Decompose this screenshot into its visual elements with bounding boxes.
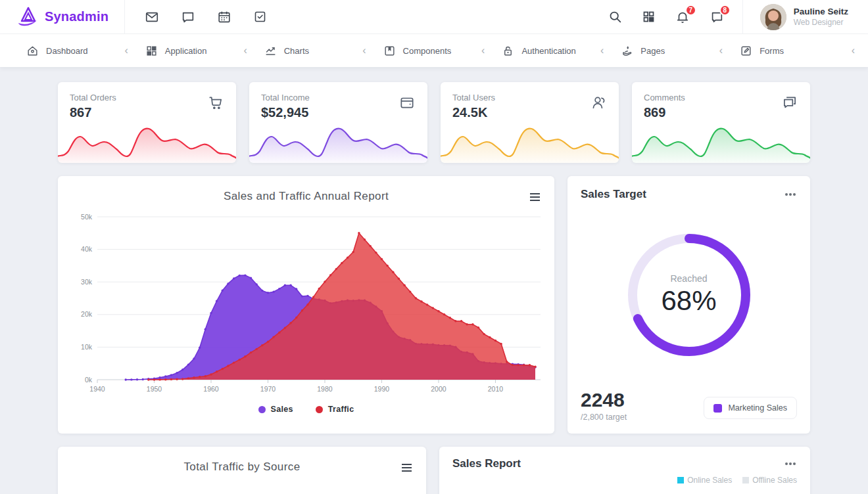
chevron-icon: ‹ (600, 45, 621, 56)
logo[interactable]: Synadmin (0, 0, 125, 34)
svg-text:1940: 1940 (89, 385, 105, 393)
app-grid-icon (145, 45, 158, 57)
sales-target-card: Sales Target Reached 68% 2248 /2,800 tar… (567, 176, 810, 434)
lock-icon (502, 45, 514, 57)
chart-menu-icon[interactable] (530, 193, 540, 194)
comments-icon (781, 94, 798, 120)
svg-text:2000: 2000 (431, 385, 446, 393)
chat-icon[interactable] (181, 10, 195, 24)
mail-icon[interactable] (145, 10, 159, 24)
svg-text:2010: 2010 (488, 385, 504, 393)
chart-line-icon (264, 45, 277, 57)
sales-legend-dot (258, 406, 266, 413)
sales-report-card: Sales Report Online Sales Offline Sales (439, 447, 810, 494)
traffic-legend-dot (316, 406, 323, 413)
legend-item-online-sales[interactable]: Online Sales (677, 476, 732, 485)
nav-item-pages[interactable]: Pages ‹ (621, 45, 740, 57)
svg-text:1980: 1980 (317, 385, 333, 393)
chevron-icon: ‹ (243, 45, 264, 56)
stat-card-total-income: Total Income $52,945 (249, 82, 427, 163)
chart-title: Total Traffic by Source (183, 460, 300, 474)
chevron-icon: ‹ (719, 45, 740, 56)
edit-square-icon (740, 45, 752, 57)
sales-report-legend: Online Sales Offline Sales (452, 476, 797, 485)
brand-name: Synadmin (45, 9, 108, 24)
nav-item-authentication[interactable]: Authentication ‹ (502, 45, 621, 57)
nav-item-charts[interactable]: Charts ‹ (264, 45, 383, 57)
chevron-icon: ‹ (481, 45, 502, 56)
stat-value: 24.5K (452, 105, 495, 120)
bookmark-icon (383, 45, 396, 57)
nav-item-forms[interactable]: Forms ‹ (740, 45, 859, 57)
user-name: Pauline Seitz (794, 7, 848, 16)
svg-text:40k: 40k (81, 245, 93, 253)
sparkline-chart (249, 122, 427, 163)
users-icon (590, 94, 607, 120)
chevron-icon: ‹ (362, 45, 383, 56)
logo-icon (17, 7, 39, 28)
chart-title: Sales and Traffic Annual Report (224, 190, 389, 203)
target-value: 2248 (581, 389, 627, 411)
svg-text:1970: 1970 (260, 385, 276, 393)
online-sales-swatch (677, 477, 684, 483)
more-icon[interactable] (785, 462, 788, 465)
notification-badge: 7 (685, 5, 696, 16)
area-chart: 0k10k20k30k40k50k19401950196019701980199… (68, 208, 544, 399)
sparkline-chart (632, 122, 810, 163)
user-menu[interactable]: Pauline Seitz Web Designer (742, 0, 868, 34)
card-title: Sales Target (581, 188, 646, 201)
check-square-icon[interactable] (253, 10, 267, 24)
svg-text:50k: 50k (81, 213, 93, 221)
sparkline-chart (441, 122, 619, 163)
pages-icon (621, 45, 633, 57)
stat-value: 869 (644, 105, 685, 120)
nav-item-dashboard[interactable]: Dashboard ‹ (26, 45, 145, 57)
sparkline-chart (58, 122, 236, 163)
top-navigation: Dashboard ‹ Application ‹ Charts ‹ Compo… (0, 34, 868, 67)
chart-menu-icon[interactable] (402, 464, 412, 465)
chevron-icon: ‹ (852, 45, 859, 56)
stat-label: Comments (644, 93, 685, 102)
bell-icon[interactable]: 7 (675, 10, 690, 24)
grid-icon[interactable] (642, 10, 656, 24)
svg-text:1960: 1960 (203, 385, 219, 393)
svg-text:1990: 1990 (374, 385, 390, 393)
offline-sales-swatch (742, 477, 749, 483)
search-icon[interactable] (608, 10, 622, 24)
legend-item-traffic[interactable]: Traffic (316, 405, 354, 414)
svg-text:30k: 30k (81, 278, 93, 286)
message-icon[interactable]: 8 (710, 10, 724, 24)
app-header: Synadmin 7 8 (0, 0, 868, 34)
stat-label: Total Income (261, 93, 310, 102)
chart-legend: Sales Traffic (68, 405, 544, 414)
marketing-sales-legend[interactable]: Marketing Sales (704, 397, 797, 419)
avatar (760, 4, 786, 30)
more-icon[interactable] (785, 193, 788, 196)
chevron-icon: ‹ (125, 45, 145, 56)
wallet-icon (398, 94, 416, 120)
calendar-icon[interactable] (217, 10, 231, 24)
stat-value: $52,945 (261, 105, 310, 120)
svg-text:20k: 20k (81, 310, 93, 318)
cart-icon (207, 94, 224, 120)
card-title: Sales Report (452, 457, 521, 470)
stat-label: Total Orders (70, 93, 116, 102)
reached-label: Reached (661, 273, 716, 284)
marketing-sales-swatch (713, 404, 722, 413)
svg-text:0k: 0k (85, 376, 93, 384)
user-role: Web Designer (794, 18, 848, 27)
legend-item-sales[interactable]: Sales (258, 405, 293, 414)
traffic-by-source-card: Total Traffic by Source (58, 447, 426, 494)
svg-text:10k: 10k (81, 343, 93, 351)
stat-card-total-orders: Total Orders 867 (58, 82, 236, 163)
reached-percent: 68% (661, 285, 716, 317)
stat-card-comments: Comments 869 (632, 82, 810, 163)
legend-item-offline-sales[interactable]: Offline Sales (742, 476, 797, 485)
stat-cards-row: Total Orders 867 Total Income $52,945 (58, 82, 810, 163)
nav-item-components[interactable]: Components ‹ (383, 45, 502, 57)
target-goal: /2,800 target (581, 413, 627, 422)
nav-item-application[interactable]: Application ‹ (145, 45, 264, 57)
home-icon (26, 45, 39, 57)
stat-value: 867 (70, 105, 116, 120)
message-badge: 8 (719, 5, 731, 16)
